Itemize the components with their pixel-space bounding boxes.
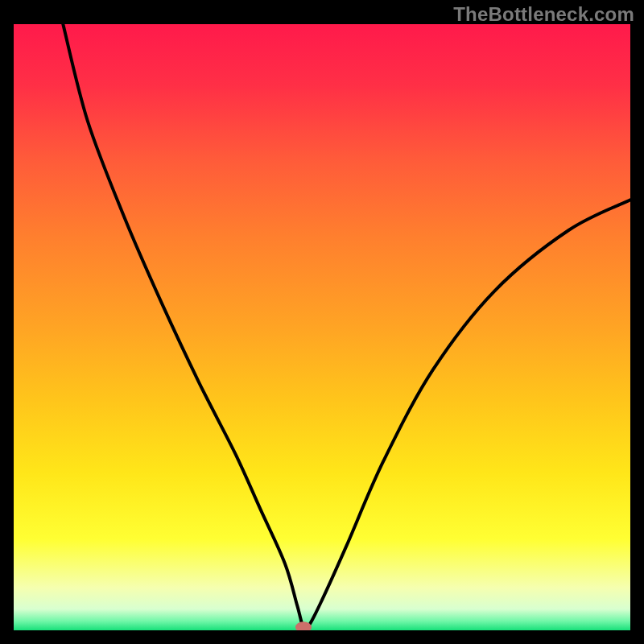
bottleneck-chart [14, 24, 630, 630]
watermark-text: TheBottleneck.com [453, 3, 634, 26]
chart-frame: TheBottleneck.com [0, 0, 644, 644]
gradient-background [14, 24, 630, 630]
